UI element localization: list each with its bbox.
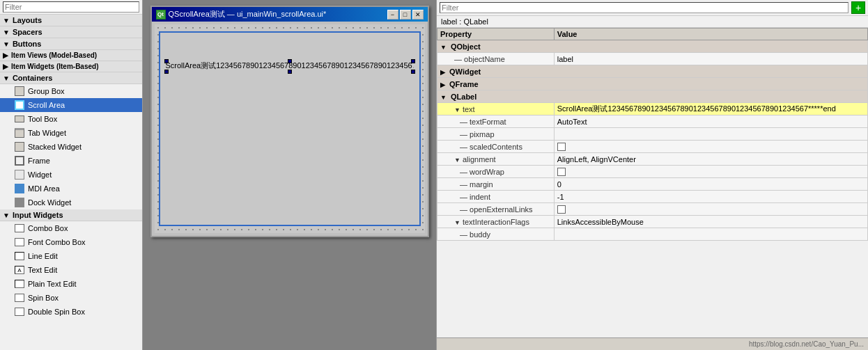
item-text-edit-label: Text Edit [28, 266, 57, 274]
group-layouts[interactable]: ▼ Layouts [0, 15, 142, 26]
item-tool-box[interactable]: Tool Box [0, 112, 142, 126]
item-group-box[interactable]: Group Box [0, 84, 142, 98]
close-button[interactable]: ✕ [412, 10, 424, 19]
prop-row-textinteractionflags[interactable]: ▼textInteractionFlags LinksAccessibleByM… [437, 216, 868, 228]
prop-text-value[interactable]: ScrollArea测试1234567890123456789012345678… [554, 103, 867, 116]
prop-objectname-value[interactable]: label [554, 53, 867, 65]
prop-textinteractionflags-value[interactable]: LinksAccessibleByMouse [554, 216, 867, 228]
prop-buddy-label: — buddy [437, 228, 555, 241]
group-qobject-label: ▼ QObject [437, 40, 868, 53]
openexternallinks-checkbox[interactable] [557, 205, 566, 214]
prop-indent-value[interactable]: -1 [554, 191, 867, 203]
item-font-combo-box[interactable]: Font Combo Box [0, 235, 142, 249]
prop-row-alignment[interactable]: ▼alignment AlignLeft, AlignVCenter [437, 153, 868, 166]
scaledcontents-checkbox[interactable] [557, 143, 566, 151]
properties-grid: Property Value ▼ QObject — objectName la… [437, 28, 868, 241]
prop-scaledcontents-value[interactable] [554, 141, 867, 153]
left-filter-input[interactable] [3, 1, 139, 13]
prop-row-pixmap[interactable]: — pixmap [437, 128, 868, 141]
prop-row-textformat[interactable]: — textFormat AutoText [437, 116, 868, 128]
prop-wordwrap-value[interactable] [554, 166, 867, 178]
item-stacked-widget[interactable]: Stacked Widget [0, 140, 142, 154]
sel-handle-bl [164, 70, 169, 74]
prop-pixmap-value[interactable] [554, 128, 867, 141]
scroll-area-widget[interactable]: ScrollArea测试1234567890123456789012345678… [159, 31, 421, 226]
item-spin-box[interactable]: Spin Box [0, 291, 142, 305]
item-plain-text-edit[interactable]: Plain Text Edit [0, 277, 142, 291]
prop-buddy-value[interactable] [554, 228, 867, 241]
prop-openexternallinks-value[interactable] [554, 203, 867, 216]
spin-box-icon [14, 292, 25, 303]
sel-handle-br [411, 70, 415, 74]
item-mdi-area[interactable]: MDI Area [0, 182, 142, 196]
expand-alignment-icon: ▼ [454, 157, 460, 164]
item-scroll-area-label: Scroll Area [28, 101, 65, 109]
maximize-button[interactable]: □ [400, 10, 411, 19]
prop-row-wordwrap[interactable]: — wordWrap [437, 166, 868, 178]
group-row-qobject[interactable]: ▼ QObject [437, 40, 868, 53]
item-stacked-widget-label: Stacked Widget [28, 143, 82, 151]
prop-margin-label: — margin [437, 178, 555, 191]
item-widget[interactable]: Widget [0, 168, 142, 182]
prop-row-margin[interactable]: — margin 0 [437, 178, 868, 191]
group-item-views[interactable]: ▶ Item Views (Model-Based) [0, 50, 142, 61]
prop-row-scaledcontents[interactable]: — scaledContents [437, 141, 868, 153]
group-input-widgets[interactable]: ▼ Input Widgets [0, 209, 142, 221]
designer-content[interactable]: ScrollArea测试1234567890123456789012345678… [155, 24, 425, 233]
designer-titlebar: Qt QScrollArea测试 — ui_mainWin_scrollArea… [152, 7, 428, 22]
item-dock-widget[interactable]: Dock Widget [0, 196, 142, 209]
prop-textformat-value[interactable]: AutoText [554, 116, 867, 128]
window-controls: − □ ✕ [387, 10, 424, 19]
group-item-widgets-label: Item Widgets (Item-Based) [11, 63, 98, 70]
wordwrap-checkbox[interactable] [557, 168, 566, 176]
item-mdi-area-label: MDI Area [28, 184, 60, 193]
sel-handle-tl [164, 59, 169, 63]
prop-openexternallinks-label: — openExternalLinks [437, 203, 555, 216]
prop-scaledcontents-label: — scaledContents [437, 141, 555, 153]
group-qlabel-label: ▼ QLabel [437, 90, 868, 103]
group-containers[interactable]: ▼ Containers [0, 72, 142, 84]
item-spin-box-label: Spin Box [28, 294, 59, 302]
item-line-edit[interactable]: Line Edit [0, 249, 142, 263]
sel-handle-tc [288, 59, 292, 63]
expand-spacers-icon: ▼ [3, 29, 10, 36]
item-frame[interactable]: Frame [0, 154, 142, 168]
add-property-button[interactable]: + [851, 1, 865, 14]
group-item-views-label: Item Views (Model-Based) [11, 51, 97, 59]
item-plain-text-edit-label: Plain Text Edit [28, 280, 77, 288]
group-row-qframe[interactable]: ▶ QFrame [437, 78, 868, 90]
widget-tree: ▼ Layouts ▼ Spacers ▼ Buttons ▶ Item Vie… [0, 15, 142, 350]
sel-handle-tr [411, 59, 415, 63]
stacked-widget-icon [14, 141, 25, 152]
group-containers-label: Containers [13, 74, 52, 82]
prop-alignment-value[interactable]: AlignLeft, AlignVCenter [554, 153, 867, 166]
prop-margin-value[interactable]: 0 [554, 178, 867, 191]
group-row-qlabel[interactable]: ▼ QLabel [437, 90, 868, 103]
expand-item-widgets-icon: ▶ [3, 63, 8, 70]
group-row-qwidget[interactable]: ▶ QWidget [437, 65, 868, 78]
prop-row-objectname[interactable]: — objectName label [437, 53, 868, 65]
group-qframe-label: ▶ QFrame [437, 78, 868, 90]
dock-widget-icon [14, 197, 25, 208]
group-spacers[interactable]: ▼ Spacers [0, 26, 142, 38]
minimize-button[interactable]: − [387, 10, 398, 19]
prop-row-openexternallinks[interactable]: — openExternalLinks [437, 203, 868, 216]
property-table: Property Value ▼ QObject — objectName la… [437, 28, 868, 337]
item-combo-box[interactable]: Combo Box [0, 221, 142, 235]
item-scroll-area[interactable]: Scroll Area [0, 98, 142, 112]
item-double-spin-box[interactable]: Double Spin Box [0, 305, 142, 319]
expand-qlabel-icon: ▼ [440, 94, 447, 101]
prop-row-text[interactable]: ▼text ScrollArea测试1234567890123456789012… [437, 103, 868, 116]
item-tab-widget[interactable]: Tab Widget [0, 126, 142, 140]
group-buttons[interactable]: ▼ Buttons [0, 38, 142, 50]
expand-text-icon: ▼ [454, 106, 460, 113]
group-item-widgets[interactable]: ▶ Item Widgets (Item-Based) [0, 61, 142, 72]
group-input-widgets-label: Input Widgets [13, 211, 63, 219]
item-dock-widget-label: Dock Widget [28, 198, 71, 207]
right-filter-input[interactable] [440, 2, 848, 13]
item-tool-box-label: Tool Box [28, 115, 57, 123]
item-text-edit[interactable]: A Text Edit [0, 263, 142, 277]
prop-row-buddy[interactable]: — buddy [437, 228, 868, 241]
line-edit-icon [14, 250, 25, 262]
prop-row-indent[interactable]: — indent -1 [437, 191, 868, 203]
